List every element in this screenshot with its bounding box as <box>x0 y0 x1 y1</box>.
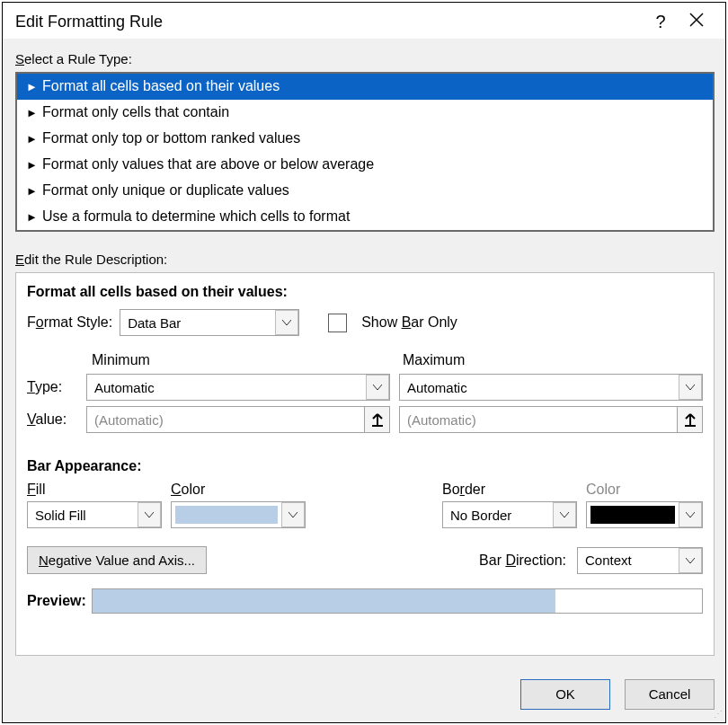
range-picker-button[interactable] <box>364 407 389 432</box>
select-rule-type-label: Select a Rule Type: <box>15 51 715 66</box>
rule-type-item[interactable]: ►Format only cells that contain <box>17 100 713 126</box>
bar-direction-combo[interactable]: Context <box>577 547 703 574</box>
help-button[interactable]: ? <box>643 12 679 31</box>
dialog-title: Edit Formatting Rule <box>15 13 643 31</box>
border-color-label: Color <box>586 482 703 498</box>
format-style-label: Format Style: <box>27 314 112 331</box>
rule-type-item[interactable]: ►Format only unique or duplicate values <box>17 178 713 204</box>
fill-combo[interactable]: Solid Fill <box>27 501 162 528</box>
preview-box <box>92 588 703 614</box>
arrow-icon: ► <box>26 158 42 172</box>
min-type-combo[interactable]: Automatic <box>86 374 390 401</box>
negative-value-axis-button[interactable]: Negative Value and Axis... <box>27 546 207 574</box>
show-bar-only-checkbox[interactable] <box>328 314 347 332</box>
arrow-icon: ► <box>26 184 42 198</box>
fill-color-combo[interactable] <box>171 501 306 528</box>
max-type-combo[interactable]: Automatic <box>399 374 703 401</box>
preview-bar <box>93 589 555 613</box>
arrow-up-icon <box>371 412 384 427</box>
chevron-down-icon <box>281 502 305 527</box>
rule-type-item[interactable]: ►Format only top or bottom ranked values <box>17 126 713 152</box>
titlebar: Edit Formatting Rule ? <box>3 3 725 39</box>
rule-type-item[interactable]: ►Use a formula to determine which cells … <box>17 204 713 230</box>
arrow-icon: ► <box>26 132 42 146</box>
cancel-button[interactable]: Cancel <box>625 679 715 710</box>
rule-type-item[interactable]: ►Format only values that are above or be… <box>17 152 713 178</box>
arrow-up-icon <box>684 412 697 427</box>
chevron-down-icon <box>679 375 702 400</box>
fill-color-label: Color <box>171 482 306 498</box>
minimum-header: Minimum <box>92 352 392 368</box>
chevron-down-icon <box>679 548 702 573</box>
show-bar-only-label: Show Bar Only <box>361 314 457 331</box>
close-button[interactable] <box>679 12 715 31</box>
close-icon <box>688 12 705 28</box>
type-label: Type: <box>27 379 77 395</box>
border-combo[interactable]: No Border <box>442 501 577 528</box>
chevron-down-icon <box>275 310 298 335</box>
bar-direction-label: Bar Direction: <box>479 553 566 569</box>
maximum-header: Maximum <box>403 352 703 368</box>
max-value-field[interactable]: (Automatic) <box>399 406 703 433</box>
desc-title: Format all cells based on their values: <box>27 284 703 300</box>
chevron-down-icon <box>553 502 576 527</box>
arrow-icon: ► <box>26 80 42 93</box>
preview-label: Preview: <box>27 593 86 609</box>
chevron-down-icon <box>679 502 702 527</box>
dialog-footer: OK Cancel <box>3 665 725 722</box>
arrow-icon: ► <box>26 106 42 119</box>
ok-button[interactable]: OK <box>520 679 610 710</box>
fill-label: Fill <box>27 482 162 498</box>
rule-type-item[interactable]: ►Format all cells based on their values <box>17 74 713 100</box>
arrow-icon: ► <box>26 210 42 224</box>
format-style-combo[interactable]: Data Bar <box>120 309 299 336</box>
border-color-swatch <box>590 506 675 524</box>
fill-color-swatch <box>175 506 278 524</box>
edit-formatting-rule-dialog: Edit Formatting Rule ? Select a Rule Typ… <box>2 2 726 723</box>
min-value-field[interactable]: (Automatic) <box>86 406 390 433</box>
range-picker-button[interactable] <box>677 407 702 432</box>
rule-type-list[interactable]: ►Format all cells based on their values … <box>15 72 715 232</box>
border-label: Border <box>442 482 577 498</box>
resize-grip[interactable]: ⋰ <box>714 709 722 719</box>
chevron-down-icon <box>138 502 161 527</box>
value-label: Value: <box>27 411 77 428</box>
border-color-combo[interactable] <box>586 501 703 528</box>
bar-appearance-title: Bar Appearance: <box>27 458 703 474</box>
edit-rule-description-label: Edit the Rule Description: <box>15 252 715 267</box>
chevron-down-icon <box>366 375 389 400</box>
rule-description-panel: Format all cells based on their values: … <box>15 272 715 656</box>
